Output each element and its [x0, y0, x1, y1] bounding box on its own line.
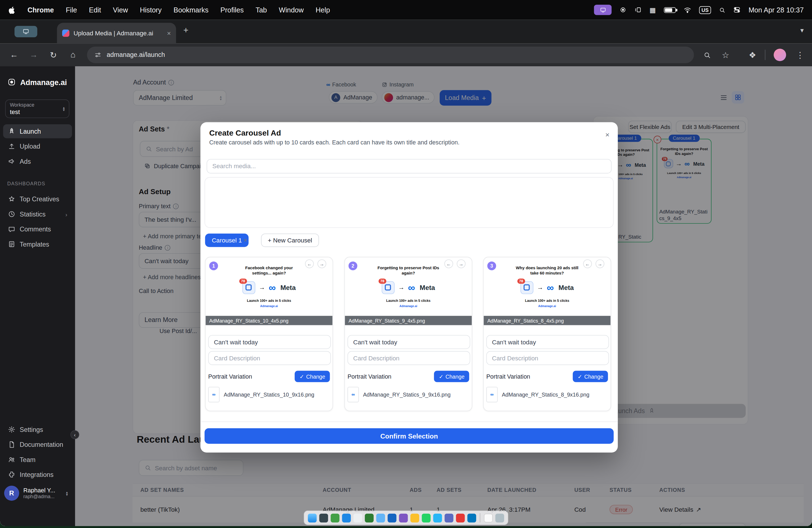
window-controls-pill[interactable] [15, 26, 38, 37]
sidebar-item-comments[interactable]: Comments [3, 222, 72, 236]
back-icon[interactable]: ← [6, 44, 22, 67]
card-description-input[interactable] [487, 351, 609, 365]
arrow-right-icon: → [537, 284, 543, 291]
dock-trash-icon[interactable] [495, 513, 504, 522]
dock-app-icon[interactable] [331, 513, 339, 522]
dock-app-icon[interactable] [410, 513, 419, 522]
card-image[interactable]: Facebook changed your settings... again?… [205, 258, 332, 326]
team-icon [8, 456, 15, 464]
menu-item-bookmarks[interactable]: Bookmarks [173, 6, 208, 14]
dock-app-icon[interactable] [445, 513, 453, 522]
card-next-button[interactable]: → [317, 259, 326, 268]
search-icon[interactable] [699, 44, 714, 67]
card-prev-button[interactable]: ← [583, 259, 592, 268]
card-next-button[interactable]: → [595, 259, 604, 268]
change-portrait-button[interactable]: ✓ Change [573, 371, 608, 382]
menu-item-profiles[interactable]: Profiles [220, 6, 244, 14]
change-portrait-button[interactable]: ✓ Change [434, 371, 469, 382]
launchpad-icon[interactable]: ▦ [650, 6, 656, 14]
dock-app-icon[interactable] [342, 513, 351, 522]
new-tab-button[interactable]: + [184, 25, 189, 36]
profile-avatar[interactable] [773, 48, 786, 61]
sidebar-item-documentation[interactable]: Documentation [3, 437, 72, 452]
extensions-icon[interactable]: ❖ [744, 44, 760, 67]
tab-title: Upload Media | Admanage.ai [73, 30, 163, 37]
media-search-input[interactable] [207, 159, 611, 174]
screen-sharing-status-icon[interactable] [594, 5, 612, 15]
url-bar[interactable]: admanage.ai/launch [87, 47, 694, 63]
spotlight-search-icon[interactable] [719, 6, 726, 13]
reload-icon[interactable]: ↻ [46, 44, 61, 67]
new-carousel-button[interactable]: + New Carousel [261, 234, 319, 247]
close-icon[interactable]: × [605, 131, 610, 139]
input-source-badge[interactable]: US [699, 6, 711, 14]
carousel-tab[interactable]: Carousel 1 [205, 234, 249, 247]
card-image[interactable]: Forgetting to preserve Post IDs again? 7… [345, 258, 472, 326]
sidebar-item-settings[interactable]: Settings [3, 423, 72, 437]
forward-icon[interactable]: → [26, 44, 41, 67]
kebab-menu-icon[interactable]: ⋮ [793, 44, 808, 67]
user-profile[interactable]: R Raphael Y... raph@adma... ▴▾ [4, 486, 71, 501]
sidebar-item-ads[interactable]: Ads [3, 155, 72, 168]
menu-item-help[interactable]: Help [316, 6, 330, 14]
workspace-selector[interactable]: Workspace test ▴▾ [5, 99, 70, 118]
card-prev-button[interactable]: ← [445, 259, 453, 268]
browser-tab[interactable]: Upload Media | Admanage.ai × [57, 23, 176, 44]
menubar-clock[interactable]: Mon Apr 28 10:37 [749, 6, 804, 14]
sidebar-item-upload[interactable]: Upload [3, 139, 72, 153]
wifi-icon[interactable] [683, 6, 691, 14]
change-portrait-button[interactable]: ✓ Change [295, 371, 330, 382]
dock-app-icon[interactable] [388, 513, 396, 522]
tab-close-icon[interactable]: × [167, 29, 171, 37]
sidebar-item-top-creatives[interactable]: Top Creatives [3, 192, 72, 206]
apple-menu-icon[interactable] [8, 6, 15, 14]
dock-app-icon[interactable] [308, 513, 317, 522]
portrait-thumbnail: ∞ [347, 387, 359, 402]
sidebar-item-statistics[interactable]: Statistics › [3, 207, 72, 221]
stage-manager-icon[interactable] [634, 6, 642, 14]
dock-app-icon[interactable] [433, 513, 442, 522]
dock-app-icon[interactable] [467, 513, 476, 522]
dock-app-icon[interactable] [422, 513, 431, 522]
battery-icon[interactable] [664, 7, 676, 13]
sidebar-item-integrations[interactable]: Integrations [3, 468, 72, 482]
tab-overview-icon[interactable]: ▾ [800, 27, 804, 34]
menu-item-file[interactable]: File [66, 6, 77, 14]
user-email: raph@adma... [23, 494, 55, 499]
card-title-input[interactable] [208, 335, 331, 349]
sidebar-item-templates[interactable]: Templates [3, 237, 72, 251]
arrow-right-icon: → [259, 284, 265, 291]
confirm-selection-button[interactable]: Confirm Selection [205, 428, 614, 444]
sidebar-item-team[interactable]: Team [3, 453, 72, 467]
control-center-icon[interactable] [734, 6, 741, 14]
sidebar-item-launch[interactable]: Launch [3, 124, 72, 138]
bookmark-star-icon[interactable]: ☆ [718, 44, 733, 67]
card-prev-button[interactable]: ← [305, 259, 314, 268]
menu-item-tab[interactable]: Tab [256, 6, 267, 14]
sidebar-collapse-button[interactable]: ‹ [70, 430, 79, 439]
card-description-input[interactable] [347, 351, 470, 365]
screen-record-icon[interactable] [620, 6, 627, 14]
card-description-input[interactable] [208, 351, 331, 365]
dock-app-icon[interactable] [484, 513, 493, 522]
site-settings-icon[interactable] [94, 52, 101, 59]
dock-app-icon[interactable] [376, 513, 385, 522]
brand[interactable]: Admanage.ai [7, 78, 67, 86]
menu-item-view[interactable]: View [113, 6, 128, 14]
dock-app-icon[interactable] [456, 513, 465, 522]
dock-app-icon[interactable] [399, 513, 408, 522]
menu-item-chrome[interactable]: Chrome [27, 6, 54, 14]
card-title-input[interactable] [347, 335, 470, 349]
dock-app-icon[interactable] [365, 513, 374, 522]
home-icon[interactable]: ⌂ [65, 44, 81, 67]
card-image[interactable]: Why does launching 20 ads still take 60 … [483, 258, 610, 326]
menu-item-window[interactable]: Window [279, 6, 304, 14]
menu-item-edit[interactable]: Edit [89, 6, 101, 14]
media-selection-area[interactable] [205, 177, 614, 228]
dock-app-icon[interactable] [353, 513, 362, 522]
carousel-tab-close-icon[interactable]: × [243, 236, 247, 244]
menu-item-history[interactable]: History [140, 6, 162, 14]
dock-app-icon[interactable] [319, 513, 328, 522]
card-next-button[interactable]: → [457, 259, 466, 268]
card-title-input[interactable] [487, 335, 609, 349]
